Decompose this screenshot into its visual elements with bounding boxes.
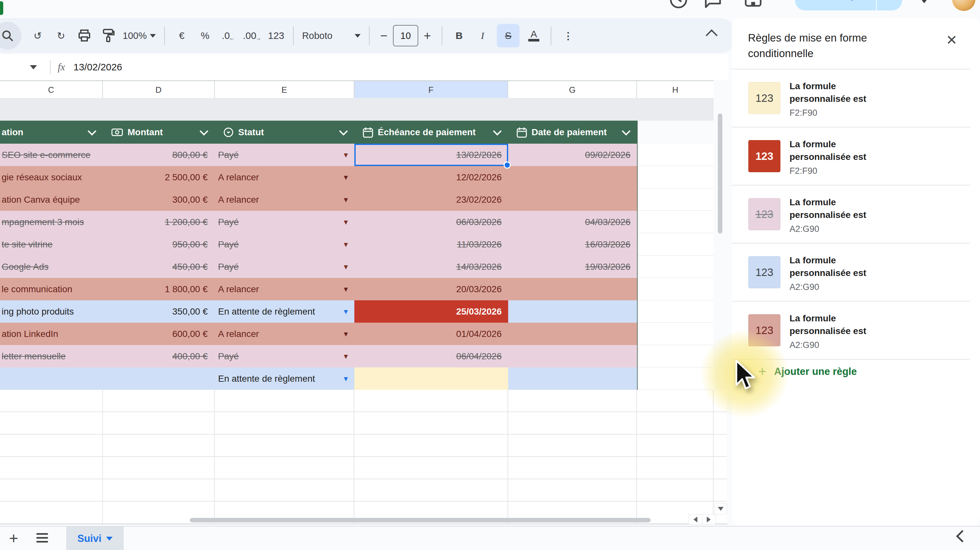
status-dropdown-icon[interactable]: ▾ bbox=[344, 217, 348, 227]
cell-montant[interactable]: 350,00 € bbox=[103, 300, 215, 323]
cell-statut[interactable]: A relancer ▾ bbox=[215, 189, 354, 211]
cell-empty[interactable] bbox=[637, 255, 714, 278]
cell-echeance[interactable]: 06/04/2026 bbox=[354, 345, 508, 368]
empty-grid-area[interactable] bbox=[0, 390, 727, 524]
column-header-c[interactable]: C bbox=[0, 81, 103, 98]
column-header-f-selected[interactable]: F bbox=[354, 81, 508, 98]
cell-designation[interactable]: le communication bbox=[0, 278, 103, 300]
version-history-icon[interactable] bbox=[669, 0, 688, 9]
cell-echeance[interactable]: 23/02/2026 bbox=[354, 189, 508, 211]
name-box-dropdown-icon[interactable] bbox=[30, 65, 37, 70]
chevron-down-icon[interactable] bbox=[200, 127, 208, 136]
cell-empty[interactable] bbox=[637, 278, 714, 300]
cell-statut[interactable]: Payé ▾ bbox=[215, 211, 354, 233]
chevron-down-icon[interactable] bbox=[88, 127, 96, 136]
format-percent-button[interactable]: % bbox=[196, 24, 214, 48]
close-icon[interactable]: ✕ bbox=[946, 33, 957, 47]
zoom-select[interactable]: 100% bbox=[119, 30, 159, 41]
scroll-down-button[interactable] bbox=[714, 503, 727, 514]
cell-empty[interactable] bbox=[637, 233, 714, 255]
cell-echeance[interactable]: 14/03/2026 bbox=[354, 255, 508, 278]
scroll-left-button[interactable] bbox=[689, 514, 702, 525]
cell-statut[interactable]: Payé ▾ bbox=[215, 233, 354, 255]
cell-designation[interactable]: ation Canva équipe bbox=[0, 189, 103, 211]
text-color-button[interactable]: A bbox=[525, 24, 543, 48]
conditional-rule-item[interactable]: 123 La formule personnalisée est F2:F90 bbox=[732, 70, 970, 127]
status-dropdown-icon[interactable]: ▾ bbox=[344, 262, 348, 271]
cell-designation[interactable]: gie réseaux sociaux bbox=[0, 166, 103, 189]
cell-montant[interactable]: 2 500,00 € bbox=[103, 166, 215, 189]
frozen-row-band[interactable] bbox=[0, 98, 714, 120]
undo-icon[interactable]: ↺ bbox=[29, 24, 47, 48]
cell-date-paiement[interactable] bbox=[508, 323, 637, 345]
cell-empty[interactable] bbox=[637, 144, 714, 166]
cell-designation[interactable]: ation LinkedIn bbox=[0, 323, 103, 345]
cell-statut[interactable]: Payé ▾ bbox=[215, 255, 354, 278]
cell-montant[interactable]: 300,00 € bbox=[103, 189, 215, 211]
increase-decimals-button[interactable]: .00→ bbox=[243, 24, 262, 48]
share-button[interactable]: Partager bbox=[795, 0, 902, 10]
cell-designation[interactable]: mpagnement 3 mois bbox=[0, 211, 103, 233]
cell-date-paiement[interactable]: 19/03/2026 bbox=[508, 255, 637, 278]
cell-designation[interactable]: ing photo produits bbox=[0, 300, 103, 323]
cell-montant[interactable]: 450,00 € bbox=[103, 255, 215, 278]
cell-montant[interactable]: 600,00 € bbox=[103, 323, 215, 345]
cell-echeance[interactable]: 06/03/2026 bbox=[354, 211, 508, 233]
column-header-h[interactable]: H bbox=[637, 81, 714, 98]
cell-date-paiement[interactable] bbox=[508, 189, 637, 211]
cell-montant[interactable]: 1 200,00 € bbox=[103, 211, 215, 233]
present-to-meet-icon[interactable] bbox=[745, 0, 762, 8]
column-header-e[interactable]: E bbox=[215, 81, 354, 98]
paint-format-icon[interactable] bbox=[99, 24, 117, 48]
chevron-down-icon[interactable] bbox=[493, 127, 502, 136]
cell-statut[interactable]: Payé ▾ bbox=[215, 345, 354, 368]
conditional-rule-item[interactable]: 123 La formule personnalisée est A2:G90 bbox=[732, 244, 970, 301]
bold-button[interactable]: B bbox=[450, 24, 468, 48]
strikethrough-button-active[interactable]: S bbox=[497, 24, 520, 48]
add-rule-button[interactable]: + Ajouter une règle bbox=[758, 365, 857, 379]
redo-icon[interactable]: ↻ bbox=[52, 24, 70, 48]
cell-echeance[interactable]: 20/03/2026 bbox=[354, 278, 508, 300]
cell-echeance[interactable]: 11/03/2026 bbox=[354, 233, 508, 255]
print-icon[interactable] bbox=[75, 24, 94, 48]
search-icon[interactable] bbox=[0, 22, 21, 50]
cell-echeance[interactable]: 12/02/2026 bbox=[354, 166, 508, 189]
comment-icon[interactable] bbox=[704, 0, 722, 8]
cell-date-paiement[interactable] bbox=[508, 368, 637, 390]
cell-montant[interactable]: 950,00 € bbox=[103, 233, 215, 255]
cell-designation[interactable]: te site vitrine bbox=[0, 233, 103, 255]
cell-designation[interactable]: SEO site e-commerce bbox=[0, 144, 103, 166]
chevron-down-icon[interactable] bbox=[339, 127, 348, 136]
hide-menus-icon[interactable] bbox=[706, 30, 718, 41]
horizontal-scrollbar[interactable] bbox=[190, 518, 651, 522]
more-options-icon[interactable]: ⋮ bbox=[559, 24, 577, 48]
cell-empty[interactable] bbox=[637, 345, 714, 368]
italic-button[interactable]: I bbox=[473, 24, 492, 48]
cell-date-paiement[interactable]: 09/02/2026 bbox=[508, 144, 637, 166]
cell-statut[interactable]: Payé ▾ bbox=[215, 144, 354, 166]
conditional-rule-item[interactable]: 123 La formule personnalisée est A2:G90 bbox=[732, 185, 970, 244]
table-header-date-paiement[interactable]: Date de paiement bbox=[508, 120, 637, 144]
status-dropdown-icon[interactable]: ▾ bbox=[344, 240, 348, 249]
all-sheets-icon[interactable] bbox=[37, 533, 48, 545]
cell-date-paiement[interactable] bbox=[508, 345, 637, 368]
table-header-echeance[interactable]: Échéance de paiement bbox=[354, 120, 508, 144]
cell-echeance[interactable]: 25/03/2026 bbox=[354, 300, 508, 323]
status-dropdown-icon[interactable]: ▾ bbox=[344, 307, 348, 316]
cell-date-paiement[interactable]: 04/03/2026 bbox=[508, 211, 637, 233]
table-header-montant[interactable]: Montant bbox=[103, 120, 215, 144]
cell-statut[interactable]: En attente de règlement ▾ bbox=[215, 300, 354, 323]
share-dropdown-icon[interactable] bbox=[920, 0, 929, 3]
table-header-designation[interactable]: ation bbox=[0, 120, 103, 144]
cell-date-paiement[interactable]: 16/03/2026 bbox=[508, 233, 637, 255]
cell-date-paiement[interactable] bbox=[508, 278, 637, 300]
status-dropdown-icon[interactable]: ▾ bbox=[344, 329, 348, 339]
cell-statut[interactable]: A relancer ▾ bbox=[215, 166, 354, 189]
formula-bar-value[interactable]: 13/02/2026 bbox=[73, 62, 122, 73]
cell-statut[interactable]: A relancer ▾ bbox=[215, 278, 354, 300]
cell-statut[interactable]: En attente de règlement ▾ bbox=[215, 368, 354, 390]
cell-empty[interactable] bbox=[637, 300, 714, 323]
scroll-right-button[interactable] bbox=[702, 514, 716, 525]
cell-date-paiement[interactable] bbox=[508, 166, 637, 189]
status-dropdown-icon[interactable]: ▾ bbox=[344, 173, 348, 182]
